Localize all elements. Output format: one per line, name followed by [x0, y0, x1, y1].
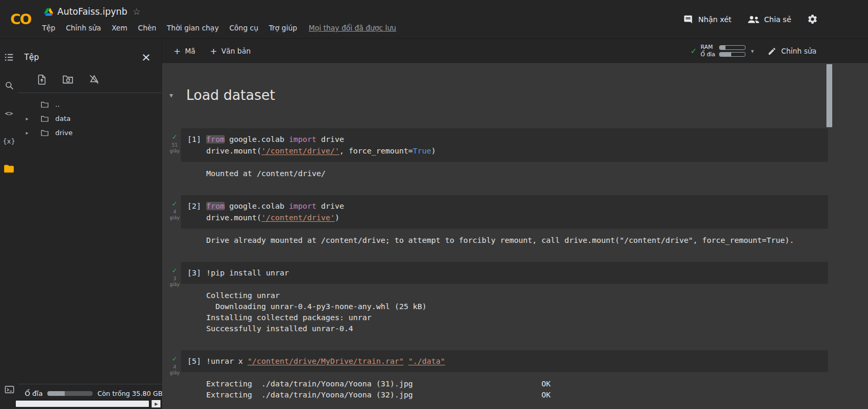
file-tree-item[interactable]: ..	[18, 97, 162, 111]
notebook-cell: ✓3giây[3]!pip install unrarCollecting un…	[168, 262, 828, 334]
notebook-content: ▾ Load dataset ✓51giây[1]from google.col…	[162, 63, 868, 409]
parent-folder-icon	[40, 100, 49, 109]
notebook-main: + Mã + Văn bản ✓ RAM Ổ đĩa ▾	[162, 39, 868, 409]
mount-drive-icon[interactable]	[88, 74, 100, 85]
output-line: Extracting ./data/train/Yoona/Yoona (32)…	[206, 390, 828, 401]
file-tree-item[interactable]: ▸ drive	[18, 126, 162, 140]
output-line: Downloading unrar-0.4-py3-none-any.whl (…	[206, 301, 828, 312]
toolbar-right: ✓ RAM Ổ đĩa ▾ Chỉnh sử	[690, 44, 816, 57]
file-tree-label: drive	[55, 129, 73, 137]
disk-label: Ổ đĩa	[701, 52, 715, 58]
close-icon[interactable]: ×	[142, 52, 151, 63]
files-icon[interactable]	[3, 163, 15, 175]
vertical-scrollbar-thumb[interactable]	[826, 64, 832, 127]
menu-item[interactable]: Trợ giúp	[264, 24, 302, 32]
cell-body: [1]from google.colab import drivedrive.m…	[181, 128, 828, 179]
star-icon[interactable]: ☆	[133, 6, 140, 17]
resources-dropdown-icon[interactable]: ▾	[751, 48, 754, 55]
file-tree-item[interactable]: ▸ data	[18, 111, 162, 126]
resource-monitor[interactable]: RAM Ổ đĩa	[701, 44, 746, 57]
code-lines: from google.colab import drivedrive.moun…	[206, 200, 344, 223]
menu-item[interactable]: Thời gian chạy	[162, 24, 224, 32]
section-heading: ▾ Load dataset	[168, 87, 828, 103]
storage-bar-fill	[47, 391, 65, 396]
menu-item[interactable]: Chèn	[133, 24, 162, 32]
cell-success-check-icon: ✓	[172, 200, 178, 207]
menu-item[interactable]: Tệp	[37, 24, 60, 32]
folder-icon	[40, 115, 49, 123]
code-editor[interactable]: [1]from google.colab import drivedrive.m…	[181, 128, 828, 162]
notebook-title[interactable]: AutoFaiss.ipynb	[57, 6, 127, 17]
saved-status[interactable]: Mọi thay đổi đã được lưu	[309, 24, 396, 32]
code-lines: from google.colab import drivedrive.moun…	[206, 134, 436, 157]
table-of-contents-icon[interactable]	[3, 52, 15, 63]
code-editor[interactable]: [2]from google.colab import drivedrive.m…	[181, 195, 828, 229]
cell-success-check-icon: ✓	[172, 134, 178, 140]
settings-gear-icon[interactable]	[807, 14, 818, 25]
cell-output: Collecting unrar Downloading unrar-0.4-p…	[181, 290, 828, 334]
menu-item[interactable]: Chỉnh sửa	[60, 24, 106, 32]
section-title[interactable]: Load dataset	[186, 87, 275, 103]
collapse-section-icon[interactable]: ▾	[168, 91, 181, 99]
edit-label: Chỉnh sửa	[781, 47, 816, 55]
cell-exec-time: 4	[173, 209, 176, 215]
resources-ok-check-icon: ✓	[690, 46, 697, 56]
notebook-toolbar: + Mã + Văn bản ✓ RAM Ổ đĩa ▾	[162, 39, 868, 63]
plus-icon: +	[210, 46, 217, 56]
upload-file-icon[interactable]	[36, 74, 47, 85]
files-panel-header: Tệp ×	[18, 49, 162, 65]
code-line: drive.mount('/content/drive')	[206, 212, 344, 223]
files-panel-title: Tệp	[24, 53, 39, 62]
add-code-button[interactable]: + Mã	[174, 46, 195, 56]
disk-usage-row: Ổ đĩa Còn trống 35.80 GB	[18, 384, 162, 397]
search-icon[interactable]	[3, 79, 15, 91]
ram-bar-fill	[720, 46, 725, 49]
code-editor[interactable]: [5]!unrar x "/content/drive/MyDrive/trai…	[181, 350, 828, 372]
output-line: Successfully installed unrar-0.4	[206, 323, 828, 334]
icon-rail: <> {x}	[0, 39, 18, 409]
top-header: CO AutoFaiss.ipynb ☆ TệpChỉnh sử	[0, 0, 868, 39]
code-snippets-icon[interactable]: <>	[3, 107, 15, 119]
chevron-right-icon[interactable]: ▸	[26, 116, 28, 121]
cell-exec-time-unit: giây	[169, 148, 179, 154]
disk-usage-bar	[47, 391, 93, 396]
menu-item[interactable]: Xem	[106, 24, 133, 32]
output-line: Collecting unrar	[206, 290, 828, 301]
ram-bar	[719, 45, 745, 50]
horizontal-scrollbar-thumb[interactable]	[16, 401, 149, 407]
horizontal-scrollbar[interactable]: ▶	[15, 400, 160, 407]
scroll-right-button[interactable]: ▶	[152, 400, 160, 407]
files-panel-toolbar	[18, 65, 162, 91]
pencil-icon	[768, 47, 776, 56]
code-line: from google.colab import drive	[206, 134, 436, 145]
code-lines: !pip install unrar	[206, 267, 289, 279]
files-panel: Tệp ×	[18, 39, 162, 409]
edit-mode-button[interactable]: Chỉnh sửa	[768, 47, 816, 56]
code-line: from google.colab import drive	[206, 200, 344, 212]
comment-button[interactable]: Nhận xét	[683, 15, 731, 24]
menu-items: TệpChỉnh sửaXemChènThời gian chạyCông cụ…	[37, 24, 302, 32]
refresh-folder-icon[interactable]	[62, 74, 74, 85]
output-line: Drive already mounted at /content/drive;…	[206, 235, 828, 246]
add-text-button[interactable]: + Văn bản	[210, 46, 250, 56]
share-button[interactable]: Chia sẻ	[748, 15, 791, 24]
cell-exec-time-unit: giây	[169, 370, 179, 376]
chevron-right-icon[interactable]: ▸	[26, 130, 28, 136]
terminal-icon[interactable]	[4, 384, 15, 395]
google-drive-icon	[44, 8, 53, 16]
colab-logo[interactable]: CO	[0, 0, 41, 38]
cell-exec-time: 3	[173, 276, 176, 282]
disk-bar	[719, 52, 745, 57]
menu-item[interactable]: Công cụ	[224, 24, 264, 32]
code-editor[interactable]: [3]!pip install unrar	[181, 262, 828, 284]
cell-success-check-icon: ✓	[172, 267, 178, 274]
file-tree-label: data	[55, 115, 70, 122]
code-line: !unrar x "/content/drive/MyDrive/train.r…	[206, 355, 445, 367]
file-tree-label: ..	[55, 100, 59, 108]
comment-icon	[683, 15, 693, 24]
cell-exec-time: 51	[171, 142, 177, 148]
disk-free-text: Còn trống 35.80 GB	[97, 390, 163, 397]
body-row: <> {x} Tệp ×	[0, 39, 868, 409]
variables-icon[interactable]: {x}	[3, 135, 15, 147]
share-people-icon	[748, 15, 760, 24]
